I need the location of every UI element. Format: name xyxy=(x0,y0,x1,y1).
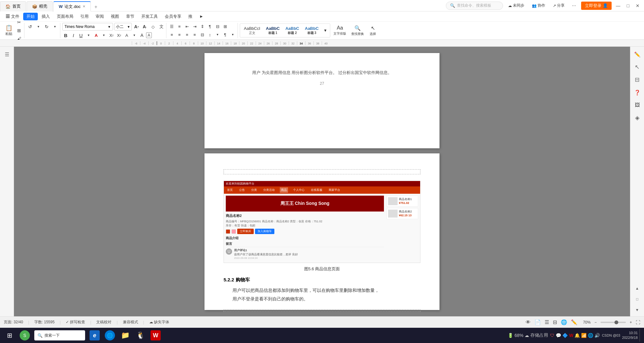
list-num-button[interactable]: ≡ xyxy=(176,23,183,30)
para-dropdown[interactable]: ▼ xyxy=(229,31,236,38)
style-normal[interactable]: AaBbCcI 正文 xyxy=(241,25,263,36)
view-web-icon[interactable]: 🌐 xyxy=(561,319,567,325)
right-gallery-icon[interactable]: 🖼 xyxy=(632,100,642,110)
redo-dropdown[interactable]: ▼ xyxy=(51,23,59,30)
view-read-icon[interactable]: 👁 xyxy=(526,319,531,325)
ws-nav-item-cat[interactable]: 分类 xyxy=(250,187,258,193)
menu-view[interactable]: 视图 xyxy=(108,13,122,20)
tab-doc[interactable]: W 论文.doc ✕ xyxy=(53,1,91,11)
paste-button[interactable]: 📋 粘贴 xyxy=(3,24,15,37)
menu-push[interactable]: 推 xyxy=(185,13,196,20)
align-left-button[interactable]: ≡ xyxy=(168,31,175,38)
tab-home[interactable]: 🏠 首页 xyxy=(0,1,26,11)
maximize-button[interactable]: □ xyxy=(625,3,631,8)
ws-nav-item-service[interactable]: 在线客服 xyxy=(310,187,324,193)
scroll-up-button[interactable]: ▲ xyxy=(632,283,642,293)
decrease-indent-button[interactable]: ⇤ xyxy=(184,23,191,30)
sidebar-nav-icon[interactable]: ☰ xyxy=(2,49,12,59)
clear-format-button[interactable]: ◇ xyxy=(150,23,157,30)
tab-recycle[interactable]: 📦 稻壳 xyxy=(27,1,53,11)
font-name-select[interactable]: Times New Roma ▼ xyxy=(62,23,113,30)
fullscreen-button[interactable]: ⛶ xyxy=(636,320,640,325)
font-color-dropdown[interactable]: ▼ xyxy=(100,32,107,39)
col-layout-button[interactable]: ⊟ xyxy=(199,31,206,38)
tray-chat-icon[interactable]: 💬 xyxy=(556,333,561,338)
document-area[interactable]: 用户 为尖星图用信息 用分析图分析软件平台。 过分析出国宝中软件网信息。 27 … xyxy=(14,47,630,316)
menu-layout[interactable]: 页面布局 xyxy=(54,13,77,20)
text-format-button[interactable]: Aa 文字排版 xyxy=(332,24,348,37)
undo-dropdown[interactable]: ▼ xyxy=(35,23,42,30)
align-justify-button[interactable]: ≡ xyxy=(191,31,198,38)
right-question-icon[interactable]: ❓ xyxy=(632,87,642,98)
zoom-plus-button[interactable]: + xyxy=(630,320,632,325)
para-mark-button[interactable]: ¶ xyxy=(222,31,229,38)
taskbar-app-qq[interactable]: 🐧 xyxy=(133,329,147,342)
close-button[interactable]: ✕ xyxy=(634,3,641,8)
taskbar-app-edge[interactable]: 🌐 xyxy=(103,329,117,342)
tray-bell-icon[interactable]: 🔔 xyxy=(574,333,580,338)
right-adjust-icon[interactable]: ⊟ xyxy=(632,75,642,85)
color-pink[interactable] xyxy=(231,229,236,234)
tray-network-icon[interactable]: 🌐 xyxy=(588,333,593,338)
tray-wps-tray-icon[interactable]: W xyxy=(569,333,573,338)
style-dropdown-button[interactable]: ▼ xyxy=(322,27,329,34)
more-button[interactable]: ⋯ xyxy=(570,1,579,10)
list-bullet-button[interactable]: ☰ xyxy=(168,23,175,30)
ws-nav-item-share[interactable]: 分类活动 xyxy=(262,187,276,193)
text-check-button[interactable]: 文稿校对 xyxy=(96,319,111,325)
menu-more[interactable]: ► xyxy=(196,13,207,20)
zoom-slider[interactable] xyxy=(600,322,626,323)
style-h1[interactable]: AaBbC 标题 1 xyxy=(263,25,282,36)
share-button[interactable]: ↗ 分享 xyxy=(550,2,567,9)
sort-button[interactable]: ⇕ xyxy=(199,23,206,30)
superscript-button[interactable]: X2 xyxy=(108,32,115,39)
tray-shield-icon[interactable]: 🔷 xyxy=(562,333,568,338)
menu-vip[interactable]: 会员专享 xyxy=(162,13,184,20)
color-red[interactable] xyxy=(226,229,230,234)
find-replace-button[interactable]: 🔍 查找替换 xyxy=(349,24,366,37)
style-h2[interactable]: AaBbC 标题 2 xyxy=(283,25,302,36)
add-tab-button[interactable]: + xyxy=(91,3,100,11)
select-button[interactable]: ↖ 选择 xyxy=(367,24,379,37)
menu-ref[interactable]: 引用 xyxy=(77,13,92,20)
font-size-select[interactable]: 小二 ▼ xyxy=(114,23,132,30)
highlight-dropdown[interactable]: ▼ xyxy=(131,32,138,39)
scroll-down-button[interactable]: ▼ xyxy=(632,305,642,315)
tray-volume-icon[interactable]: 🔊 xyxy=(594,333,600,338)
view-list-icon[interactable]: ☰ xyxy=(545,319,549,325)
taskbar-search[interactable]: 🔍 搜索一下 xyxy=(34,330,85,340)
spell-check-button[interactable]: ✓ 拼写检查 xyxy=(66,319,85,325)
command-search-box[interactable]: 🔍 查找命令、搜索模板 xyxy=(446,2,503,10)
taskbar-app-wps[interactable]: W xyxy=(149,329,163,342)
zoom-minus-button[interactable]: − xyxy=(594,320,597,325)
collab-button[interactable]: 👥 协作 xyxy=(529,2,548,9)
view-edit-icon[interactable]: ✏️ xyxy=(571,319,577,325)
menu-insert[interactable]: 插入 xyxy=(38,13,53,20)
taskbar-app-ie[interactable]: e xyxy=(88,329,102,342)
redo-button[interactable]: ↻ xyxy=(43,23,50,30)
tray-antivirus-icon[interactable]: 🛡 xyxy=(550,333,554,338)
tray-bluetooth-icon[interactable]: 📶 xyxy=(581,333,587,338)
menu-devtools[interactable]: 开发工具 xyxy=(138,13,161,20)
taskbar-app-files[interactable]: 📁 xyxy=(118,329,132,342)
taskbar-app-xiaoyuan[interactable]: S xyxy=(18,329,32,342)
highlight-button[interactable]: A xyxy=(123,32,130,39)
bold-button[interactable]: B xyxy=(62,32,69,39)
right-diamond-icon[interactable]: ◈ xyxy=(632,113,642,123)
ws-nav-item-notice[interactable]: 公告 xyxy=(238,187,246,193)
add-to-cart-button[interactable]: 加入购物车 xyxy=(255,229,274,234)
copy-button[interactable]: ⊞ xyxy=(15,27,23,34)
char-border-button[interactable]: A xyxy=(146,32,152,38)
align-right-button[interactable]: ≡ xyxy=(184,31,191,38)
font-size-shrink-button[interactable]: A- xyxy=(141,23,148,30)
align-center-button[interactable]: ≡ xyxy=(176,31,183,38)
underline-dropdown[interactable]: ▼ xyxy=(85,32,92,39)
menu-review[interactable]: 审阅 xyxy=(92,13,107,20)
menu-chapter[interactable]: 章节 xyxy=(123,13,138,20)
start-button[interactable]: ⊞ xyxy=(3,328,17,342)
line-spacing-button[interactable]: ↕ xyxy=(206,31,213,38)
right-cursor-icon[interactable]: ↖ xyxy=(632,62,642,72)
show-marks-button[interactable]: ¶ xyxy=(206,23,213,30)
border-btn[interactable]: ⊟ xyxy=(214,23,221,30)
style-h3[interactable]: AaBbC 标题 3 xyxy=(302,25,321,36)
